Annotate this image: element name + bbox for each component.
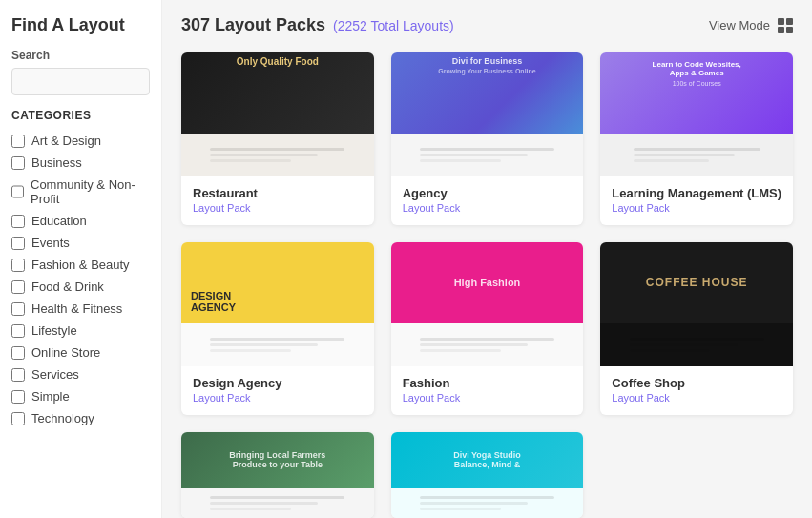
card-thumb-top-coffee-shop: COFFEE HOUSE (600, 242, 793, 323)
card-thumb-lms: Learn to Code Websites,Apps & Games100s … (600, 52, 793, 176)
card-thumb-bottom-yoga (391, 488, 584, 519)
grid-view-icon (778, 18, 793, 33)
category-checkbox-events[interactable] (11, 237, 25, 250)
card-thumb-top-restaurant: Only Quality Food (181, 52, 374, 134)
card-info-restaurant: Restaurant Layout Pack (181, 176, 374, 225)
card-info-lms: Learning Management (LMS) Layout Pack (600, 176, 793, 225)
card-name-coffee-shop: Coffee Shop (612, 376, 781, 390)
category-checkbox-business[interactable] (11, 156, 25, 170)
card-info-design-agency: Design Agency Layout Pack (181, 366, 374, 415)
category-label-health-fitness: Health & Fitness (31, 301, 122, 316)
card-thumb-bottom-design-agency (181, 323, 374, 367)
category-label-technology: Technology (31, 411, 94, 425)
card-design-agency[interactable]: DESIGNAGENCY Design Agency Layout Pack (181, 242, 374, 415)
view-mode-label: View Mode (709, 18, 770, 32)
card-thumb-coffee-shop: COFFEE HOUSE (600, 242, 793, 366)
card-thumb-farm: Bringing Local FarmersProduce to your Ta… (181, 432, 374, 518)
card-thumb-top-yoga: Divi Yoga StudioBalance, Mind & (391, 432, 584, 488)
main-header: 307 Layout Packs (2252 Total Layouts) Vi… (181, 15, 793, 35)
category-item-simple[interactable]: Simple (11, 385, 150, 407)
category-label-lifestyle: Lifestyle (31, 323, 77, 338)
card-name-lms: Learning Management (LMS) (612, 186, 781, 200)
category-checkbox-food-drink[interactable] (11, 280, 25, 294)
category-item-online-store[interactable]: Online Store (11, 342, 150, 363)
category-checkbox-technology[interactable] (11, 412, 25, 425)
category-label-business: Business (31, 155, 82, 170)
category-checkbox-education[interactable] (11, 215, 25, 228)
category-label-food-drink: Food & Drink (31, 280, 104, 294)
category-checkbox-community[interactable] (11, 185, 24, 198)
card-thumb-top-fashion: High Fashion (391, 242, 584, 323)
card-thumb-bottom-farm (181, 488, 374, 519)
category-checkbox-fashion-beauty[interactable] (11, 259, 25, 272)
category-checkbox-health-fitness[interactable] (11, 302, 25, 316)
cards-grid: Only Quality Food Restaurant Layout Pack… (181, 52, 793, 518)
card-info-fashion: Fashion Layout Pack (391, 366, 584, 415)
card-lms[interactable]: Learn to Code Websites,Apps & Games100s … (600, 52, 793, 225)
card-thumb-bottom-fashion (391, 323, 584, 367)
card-coffee-shop[interactable]: COFFEE HOUSE Coffee Shop Layout Pack (600, 242, 793, 415)
category-item-services[interactable]: Services (11, 363, 150, 385)
category-label-online-store: Online Store (31, 345, 100, 360)
card-yoga[interactable]: Divi Yoga StudioBalance, Mind & (391, 432, 584, 518)
category-item-fashion-beauty[interactable]: Fashion & Beauty (11, 254, 150, 276)
card-sub-design-agency: Layout Pack (193, 392, 363, 404)
card-name-restaurant: Restaurant (193, 186, 363, 200)
category-checkbox-art-design[interactable] (11, 135, 25, 148)
card-thumb-restaurant: Only Quality Food (181, 52, 374, 176)
category-label-events: Events (31, 236, 70, 250)
total-layouts: (2252 Total Layouts) (333, 18, 454, 33)
category-label-art-design: Art & Design (31, 134, 101, 148)
card-thumb-bottom-coffee-shop (600, 323, 793, 367)
search-label: Search (11, 49, 150, 62)
sidebar-title: Find A Layout (11, 15, 150, 35)
category-checkbox-services[interactable] (11, 368, 25, 382)
card-thumb-design-agency: DESIGNAGENCY (181, 242, 374, 366)
card-name-fashion: Fashion (403, 376, 573, 390)
card-agency[interactable]: Divi for BusinessGrowing Your Business O… (391, 52, 584, 225)
category-label-community: Community & Non-Profit (31, 177, 150, 206)
card-farm[interactable]: Bringing Local FarmersProduce to your Ta… (181, 432, 374, 518)
card-thumb-bottom-agency (391, 134, 584, 177)
card-sub-lms: Layout Pack (612, 202, 781, 214)
card-thumb-yoga: Divi Yoga StudioBalance, Mind & (391, 432, 584, 518)
category-item-health-fitness[interactable]: Health & Fitness (11, 298, 150, 320)
category-item-events[interactable]: Events (11, 232, 150, 254)
view-mode-button[interactable]: View Mode (709, 18, 793, 33)
category-item-art-design[interactable]: Art & Design (11, 130, 150, 152)
card-sub-fashion: Layout Pack (403, 392, 573, 404)
card-sub-coffee-shop: Layout Pack (612, 392, 781, 404)
card-name-design-agency: Design Agency (193, 376, 363, 390)
pack-count: 307 Layout Packs (181, 15, 325, 35)
card-thumb-top-farm: Bringing Local FarmersProduce to your Ta… (181, 432, 374, 488)
category-item-community[interactable]: Community & Non-Profit (11, 174, 150, 210)
category-label-fashion-beauty: Fashion & Beauty (31, 258, 130, 272)
category-item-food-drink[interactable]: Food & Drink (11, 276, 150, 298)
category-label-services: Services (31, 367, 79, 382)
card-fashion[interactable]: High Fashion Fashion Layout Pack (391, 242, 584, 415)
card-thumb-top-lms: Learn to Code Websites,Apps & Games100s … (600, 52, 793, 134)
category-checkbox-online-store[interactable] (11, 346, 25, 360)
category-item-education[interactable]: Education (11, 210, 150, 232)
category-checkbox-lifestyle[interactable] (11, 324, 25, 338)
category-item-technology[interactable]: Technology (11, 407, 150, 429)
card-thumb-bottom-restaurant (181, 134, 374, 177)
category-checkbox-simple[interactable] (11, 390, 25, 404)
search-input[interactable] (11, 68, 150, 95)
card-restaurant[interactable]: Only Quality Food Restaurant Layout Pack (181, 52, 374, 225)
main-content: 307 Layout Packs (2252 Total Layouts) Vi… (162, 0, 812, 518)
category-item-lifestyle[interactable]: Lifestyle (11, 320, 150, 342)
card-thumb-bottom-lms (600, 134, 793, 177)
category-label-education: Education (31, 214, 87, 228)
card-thumb-fashion: High Fashion (391, 242, 584, 366)
card-info-coffee-shop: Coffee Shop Layout Pack (600, 366, 793, 415)
header-left: 307 Layout Packs (2252 Total Layouts) (181, 15, 454, 35)
categories-label: Categories (11, 109, 150, 122)
card-name-agency: Agency (403, 186, 573, 200)
category-label-simple: Simple (31, 389, 70, 404)
card-info-agency: Agency Layout Pack (391, 176, 584, 225)
sidebar: Find A Layout Search Categories Art & De… (0, 0, 162, 518)
card-sub-agency: Layout Pack (403, 202, 573, 214)
category-item-business[interactable]: Business (11, 152, 150, 174)
card-sub-restaurant: Layout Pack (193, 202, 363, 214)
